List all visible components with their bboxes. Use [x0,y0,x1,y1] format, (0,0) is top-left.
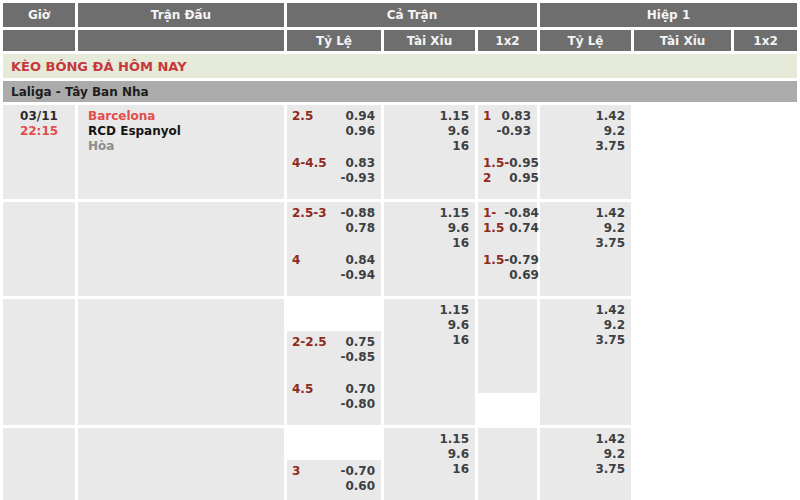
h1-handicap-cell[interactable]: 1 0.83 -0.93 [478,105,537,152]
odds-value-over[interactable]: 0.70 [340,382,375,397]
match-teams-cell[interactable]: Barcelona RCD Espanyol Hòa [78,105,284,199]
odds-value-away[interactable]: 0.74 [504,221,539,236]
h1-1x2-cell[interactable]: 1.42 9.2 3.75 [540,202,631,296]
odds-value-x[interactable]: 16 [384,333,469,348]
odds-value-under[interactable]: -0.80 [340,397,375,412]
odds-value-x[interactable]: 3.75 [540,462,625,477]
odds-value-under[interactable]: -0.94 [340,268,375,283]
col-header-ft-1x2: 1x2 [478,30,537,51]
odds-value-under[interactable]: 0.95 [509,171,539,186]
h1-1x2-cell[interactable]: 1.42 9.2 3.75 [540,105,631,199]
col-header-firsthalf: Hiệp 1 [540,3,797,27]
odds-value-away[interactable]: -0.93 [496,124,531,139]
odds-value-1[interactable]: 1.42 [540,432,625,447]
odds-value-1[interactable]: 1.42 [540,206,625,221]
odds-value-x[interactable]: 16 [384,462,469,477]
odds-value-under[interactable]: -0.93 [340,171,375,186]
odds-value-2[interactable]: 9.2 [540,221,625,236]
ft-1x2-cell[interactable]: 1.15 9.6 16 [384,428,475,500]
betting-odds-page: Giờ Trận Đấu Cả Trận Hiệp 1 Tỷ Lệ Tài Xỉ… [0,0,800,500]
handicap-line: 3 [287,464,300,500]
odds-value-1[interactable]: 1.15 [384,206,469,221]
odds-value-away[interactable]: 0.60 [340,479,375,494]
odds-value-home[interactable]: -0.84 [504,206,539,221]
odds-value-2[interactable]: 9.2 [540,447,625,462]
odds-value-x[interactable]: 16 [384,236,469,251]
ft-1x2-cell[interactable]: 1.15 9.6 16 [384,299,475,425]
odds-value-x[interactable]: 3.75 [540,236,625,251]
odds-value-home[interactable]: 0.83 [496,109,531,124]
odds-value-1[interactable]: 1.15 [384,109,469,124]
match-time-cell: 03/11 22:15 [3,105,75,199]
odds-value-2[interactable]: 9.6 [384,447,469,462]
odds-value-over[interactable]: 0.84 [340,253,375,268]
ft-handicap-cell[interactable]: 2-2.5 0.75 -0.85 [287,331,381,378]
h1-overunder-cell[interactable] [478,475,537,500]
odds-row: 2-2.5 0.75 -0.85 4.5 0.70 -0.80 1.15 9.6… [3,299,797,425]
match-teams-cell[interactable] [78,299,284,425]
odds-value-1[interactable]: 1.42 [540,109,625,124]
odds-row: 2.5-3 -0.88 0.78 4 0.84 -0.94 1.15 9.6 1… [3,202,797,296]
handicap-line: 1-1.5 [478,206,504,249]
handicap-line: 1 [478,109,491,152]
h1-handicap-cell[interactable]: 1-1.5 -0.84 0.74 [478,202,537,249]
odds-value-home[interactable]: 0.94 [345,109,375,124]
h1-overunder-cell[interactable] [478,346,537,393]
ft-handicap-cell[interactable]: 3 -0.70 0.60 [287,460,381,500]
odds-value-away[interactable]: 0.96 [345,124,375,139]
ft-overunder-cell[interactable]: 4-4.5 0.83 -0.93 [287,152,381,199]
ft-overunder-cell[interactable]: 4.5 0.70 -0.80 [287,378,381,425]
odds-value-over[interactable]: 0.83 [340,156,375,171]
today-odds-title: KÈO BÓNG ĐÁ HÔM NAY [3,54,797,78]
h1-overunder-cell[interactable]: 1.5-2 0.95 0.95 [478,152,537,199]
odds-value-x[interactable]: 3.75 [540,139,625,154]
odds-value-over[interactable]: 0.95 [509,156,539,171]
match-teams-cell[interactable] [78,428,284,500]
col-header-time: Giờ [3,3,75,27]
h1-1x2-cell[interactable]: 1.42 9.2 3.75 [540,299,631,425]
odds-value-x[interactable]: 16 [384,139,469,154]
odds-value-2[interactable]: 9.2 [540,124,625,139]
match-kickoff-time: 22:15 [3,124,75,139]
handicap-line [478,303,483,346]
odds-value-2[interactable]: 9.6 [384,221,469,236]
odds-value-home[interactable]: -0.88 [340,206,375,221]
ft-1x2-cell[interactable]: 1.15 9.6 16 [384,105,475,199]
odds-value-away[interactable]: -0.85 [340,350,375,365]
col-header-match: Trận Đấu [78,3,284,27]
h1-handicap-cell[interactable] [478,299,537,346]
odds-value-away[interactable]: 0.78 [340,221,375,236]
odds-value-x[interactable]: 3.75 [540,333,625,348]
ft-handicap-cell[interactable]: 2.5 0.94 0.96 [287,105,381,152]
odds-value-1[interactable]: 1.15 [384,432,469,447]
league-header: Laliga - Tây Ban Nha [3,81,797,102]
draw-label: Hòa [88,139,284,154]
odds-value-1[interactable]: 1.15 [384,303,469,318]
overunder-line: 1.5-2 [478,156,509,199]
match-time-cell [3,299,75,425]
ft-1x2-cell[interactable]: 1.15 9.6 16 [384,202,475,296]
col-header-fulltime: Cả Trận [287,3,537,27]
match-date: 03/11 [3,109,75,124]
odds-value-2[interactable]: 9.2 [540,318,625,333]
ft-handicap-cell[interactable]: 2.5-3 -0.88 0.78 [287,202,381,249]
odds-value-under[interactable]: 0.69 [504,268,539,283]
away-team-name[interactable]: RCD Espanyol [88,124,284,139]
ft-overunder-cell[interactable]: 4 0.84 -0.94 [287,249,381,296]
odds-table: Giờ Trận Đấu Cả Trận Hiệp 1 Tỷ Lệ Tài Xỉ… [0,0,800,500]
col-header-match-spacer [78,30,284,51]
h1-1x2-cell[interactable]: 1.42 9.2 3.75 [540,428,631,500]
odds-value-1[interactable]: 1.42 [540,303,625,318]
overunder-line [478,479,483,500]
h1-overunder-cell[interactable]: 1.5 -0.79 0.69 [478,249,537,296]
odds-value-2[interactable]: 9.6 [384,318,469,333]
h1-handicap-cell[interactable] [478,428,537,475]
odds-value-over[interactable]: -0.79 [504,253,539,268]
odds-value-home[interactable]: 0.75 [340,335,375,350]
home-team-name[interactable]: Barcelona [88,109,284,124]
col-header-h1-handicap: Tỷ Lệ [540,30,631,51]
col-header-ft-handicap: Tỷ Lệ [287,30,381,51]
odds-value-home[interactable]: -0.70 [340,464,375,479]
odds-value-2[interactable]: 9.6 [384,124,469,139]
match-teams-cell[interactable] [78,202,284,296]
